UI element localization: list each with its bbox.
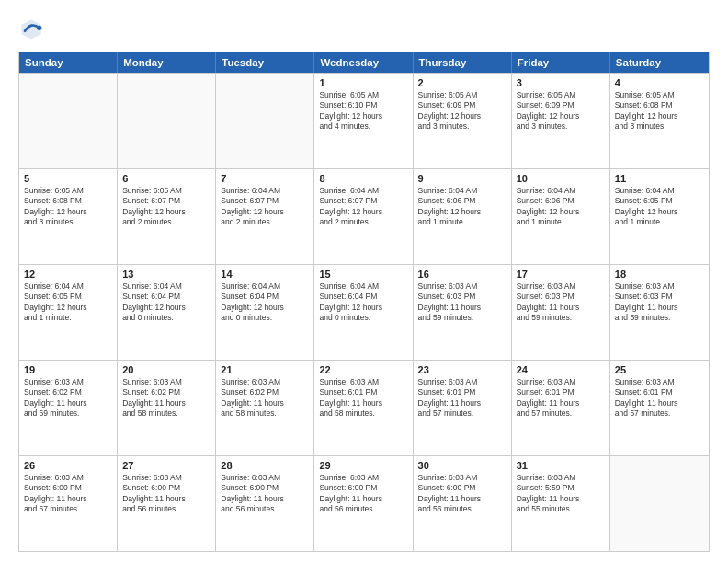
cal-week-1: 1Sunrise: 6:05 AM Sunset: 6:10 PM Daylig… — [19, 73, 709, 168]
cal-week-5: 26Sunrise: 6:03 AM Sunset: 6:00 PM Dayli… — [19, 455, 709, 551]
cell-content: Sunrise: 6:03 AM Sunset: 6:00 PM Dayligh… — [24, 473, 112, 515]
day-number: 24 — [517, 364, 605, 375]
header — [18, 17, 710, 42]
cell-content: Sunrise: 6:04 AM Sunset: 6:06 PM Dayligh… — [418, 186, 506, 228]
cal-cell: 18Sunrise: 6:03 AM Sunset: 6:03 PM Dayli… — [610, 265, 709, 360]
cal-cell: 9Sunrise: 6:04 AM Sunset: 6:06 PM Daylig… — [414, 169, 512, 264]
cal-cell: 25Sunrise: 6:03 AM Sunset: 6:01 PM Dayli… — [610, 361, 709, 455]
day-number: 2 — [418, 77, 506, 88]
cell-content: Sunrise: 6:03 AM Sunset: 5:59 PM Dayligh… — [517, 473, 605, 515]
day-number: 13 — [122, 269, 210, 280]
cal-cell: 30Sunrise: 6:03 AM Sunset: 6:00 PM Dayli… — [414, 456, 512, 551]
cal-week-4: 19Sunrise: 6:03 AM Sunset: 6:02 PM Dayli… — [19, 360, 709, 455]
day-number: 19 — [24, 364, 112, 375]
cell-content: Sunrise: 6:03 AM Sunset: 6:00 PM Dayligh… — [122, 473, 210, 515]
cell-content: Sunrise: 6:05 AM Sunset: 6:10 PM Dayligh… — [319, 90, 407, 132]
day-number: 4 — [615, 77, 704, 88]
day-number: 3 — [517, 77, 605, 88]
cell-content: Sunrise: 6:03 AM Sunset: 6:03 PM Dayligh… — [418, 282, 506, 324]
logo — [18, 17, 48, 42]
cal-cell — [216, 74, 314, 168]
cal-cell: 20Sunrise: 6:03 AM Sunset: 6:02 PM Dayli… — [118, 361, 216, 455]
cal-cell: 13Sunrise: 6:04 AM Sunset: 6:04 PM Dayli… — [118, 265, 216, 360]
day-number: 17 — [517, 269, 605, 280]
cal-cell: 1Sunrise: 6:05 AM Sunset: 6:10 PM Daylig… — [314, 74, 413, 168]
cal-cell: 23Sunrise: 6:03 AM Sunset: 6:01 PM Dayli… — [414, 361, 512, 455]
cal-cell — [19, 74, 118, 168]
cell-content: Sunrise: 6:05 AM Sunset: 6:09 PM Dayligh… — [418, 90, 506, 132]
cal-cell: 10Sunrise: 6:04 AM Sunset: 6:06 PM Dayli… — [512, 169, 610, 264]
day-number: 22 — [319, 364, 407, 375]
cal-header-saturday: Saturday — [610, 52, 709, 73]
cal-cell: 11Sunrise: 6:04 AM Sunset: 6:05 PM Dayli… — [610, 169, 709, 264]
cell-content: Sunrise: 6:03 AM Sunset: 6:00 PM Dayligh… — [319, 473, 407, 515]
cal-cell — [610, 456, 709, 551]
cell-content: Sunrise: 6:03 AM Sunset: 6:00 PM Dayligh… — [221, 473, 309, 515]
cal-cell: 21Sunrise: 6:03 AM Sunset: 6:02 PM Dayli… — [216, 361, 314, 455]
day-number: 30 — [418, 460, 506, 471]
day-number: 10 — [517, 173, 605, 184]
cell-content: Sunrise: 6:04 AM Sunset: 6:07 PM Dayligh… — [221, 186, 309, 228]
day-number: 15 — [319, 269, 407, 280]
calendar: SundayMondayTuesdayWednesdayThursdayFrid… — [18, 52, 710, 552]
cal-cell: 31Sunrise: 6:03 AM Sunset: 5:59 PM Dayli… — [512, 456, 610, 551]
cell-content: Sunrise: 6:04 AM Sunset: 6:04 PM Dayligh… — [319, 282, 407, 324]
cal-week-2: 5Sunrise: 6:05 AM Sunset: 6:08 PM Daylig… — [19, 168, 709, 264]
day-number: 9 — [418, 173, 506, 184]
cal-cell: 15Sunrise: 6:04 AM Sunset: 6:04 PM Dayli… — [314, 265, 413, 360]
cal-cell: 4Sunrise: 6:05 AM Sunset: 6:08 PM Daylig… — [610, 74, 709, 168]
cal-cell: 7Sunrise: 6:04 AM Sunset: 6:07 PM Daylig… — [216, 169, 314, 264]
cal-cell: 12Sunrise: 6:04 AM Sunset: 6:05 PM Dayli… — [19, 265, 118, 360]
day-number: 29 — [319, 460, 407, 471]
cal-cell: 16Sunrise: 6:03 AM Sunset: 6:03 PM Dayli… — [414, 265, 512, 360]
cal-cell — [118, 74, 216, 168]
day-number: 16 — [418, 269, 506, 280]
cell-content: Sunrise: 6:03 AM Sunset: 6:02 PM Dayligh… — [24, 377, 112, 419]
cell-content: Sunrise: 6:04 AM Sunset: 6:07 PM Dayligh… — [319, 186, 407, 228]
cal-cell: 26Sunrise: 6:03 AM Sunset: 6:00 PM Dayli… — [19, 456, 118, 551]
cal-cell: 14Sunrise: 6:04 AM Sunset: 6:04 PM Dayli… — [216, 265, 314, 360]
day-number: 14 — [221, 269, 309, 280]
cell-content: Sunrise: 6:03 AM Sunset: 6:01 PM Dayligh… — [418, 377, 506, 419]
cal-header-thursday: Thursday — [414, 52, 512, 73]
cell-content: Sunrise: 6:03 AM Sunset: 6:02 PM Dayligh… — [122, 377, 210, 419]
cal-cell: 24Sunrise: 6:03 AM Sunset: 6:01 PM Dayli… — [512, 361, 610, 455]
cal-cell: 27Sunrise: 6:03 AM Sunset: 6:00 PM Dayli… — [118, 456, 216, 551]
day-number: 6 — [122, 173, 210, 184]
cal-header-tuesday: Tuesday — [216, 52, 314, 73]
cell-content: Sunrise: 6:05 AM Sunset: 6:08 PM Dayligh… — [615, 90, 704, 132]
cal-cell: 29Sunrise: 6:03 AM Sunset: 6:00 PM Dayli… — [314, 456, 413, 551]
day-number: 5 — [24, 173, 112, 184]
cal-cell: 2Sunrise: 6:05 AM Sunset: 6:09 PM Daylig… — [414, 74, 512, 168]
cell-content: Sunrise: 6:05 AM Sunset: 6:08 PM Dayligh… — [24, 186, 112, 228]
calendar-header-row: SundayMondayTuesdayWednesdayThursdayFrid… — [19, 52, 709, 73]
cell-content: Sunrise: 6:04 AM Sunset: 6:05 PM Dayligh… — [615, 186, 704, 228]
day-number: 12 — [24, 269, 112, 280]
cal-header-friday: Friday — [512, 52, 610, 73]
cal-header-monday: Monday — [118, 52, 216, 73]
calendar-body: 1Sunrise: 6:05 AM Sunset: 6:10 PM Daylig… — [19, 73, 709, 551]
cell-content: Sunrise: 6:03 AM Sunset: 6:01 PM Dayligh… — [517, 377, 605, 419]
cal-cell: 3Sunrise: 6:05 AM Sunset: 6:09 PM Daylig… — [512, 74, 610, 168]
cell-content: Sunrise: 6:05 AM Sunset: 6:09 PM Dayligh… — [517, 90, 605, 132]
cal-cell: 17Sunrise: 6:03 AM Sunset: 6:03 PM Dayli… — [512, 265, 610, 360]
svg-point-1 — [37, 26, 41, 30]
cal-cell: 8Sunrise: 6:04 AM Sunset: 6:07 PM Daylig… — [314, 169, 413, 264]
cell-content: Sunrise: 6:04 AM Sunset: 6:05 PM Dayligh… — [24, 282, 112, 324]
cal-cell: 22Sunrise: 6:03 AM Sunset: 6:01 PM Dayli… — [314, 361, 413, 455]
cal-cell: 6Sunrise: 6:05 AM Sunset: 6:07 PM Daylig… — [118, 169, 216, 264]
cell-content: Sunrise: 6:03 AM Sunset: 6:00 PM Dayligh… — [418, 473, 506, 515]
cell-content: Sunrise: 6:03 AM Sunset: 6:02 PM Dayligh… — [221, 377, 309, 419]
cell-content: Sunrise: 6:03 AM Sunset: 6:01 PM Dayligh… — [615, 377, 704, 419]
day-number: 7 — [221, 173, 309, 184]
cal-header-sunday: Sunday — [19, 52, 118, 73]
day-number: 11 — [615, 173, 704, 184]
cal-cell: 19Sunrise: 6:03 AM Sunset: 6:02 PM Dayli… — [19, 361, 118, 455]
cell-content: Sunrise: 6:04 AM Sunset: 6:04 PM Dayligh… — [122, 282, 210, 324]
day-number: 26 — [24, 460, 112, 471]
day-number: 31 — [517, 460, 605, 471]
cell-content: Sunrise: 6:03 AM Sunset: 6:03 PM Dayligh… — [517, 282, 605, 324]
cal-cell: 5Sunrise: 6:05 AM Sunset: 6:08 PM Daylig… — [19, 169, 118, 264]
day-number: 18 — [615, 269, 704, 280]
day-number: 1 — [319, 77, 407, 88]
